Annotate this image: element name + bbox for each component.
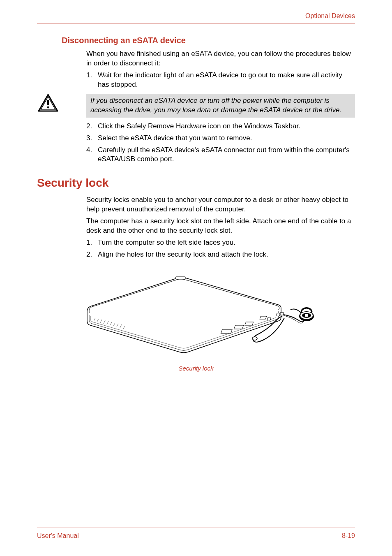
svg-rect-4 bbox=[175, 277, 186, 279]
section-heading-disconnecting: Disconnecting an eSATA device bbox=[62, 36, 355, 45]
list-item: 4. Carefully pull the eSATA device's eSA… bbox=[86, 146, 355, 164]
step-text: Align the holes for the security lock an… bbox=[98, 250, 355, 259]
svg-rect-19 bbox=[260, 316, 267, 319]
figure-caption: Security lock bbox=[37, 365, 355, 372]
section2-para1: Security locks enable you to anchor your… bbox=[86, 195, 355, 214]
svg-rect-17 bbox=[245, 322, 254, 325]
svg-rect-21 bbox=[280, 313, 284, 315]
step-number: 2. bbox=[86, 250, 98, 259]
svg-rect-2 bbox=[47, 100, 49, 105]
page-header: Optional Devices bbox=[37, 12, 355, 23]
page-footer: User's Manual 8-19 bbox=[37, 528, 355, 540]
list-item: 2. Align the holes for the security lock… bbox=[86, 250, 355, 259]
step-text: Carefully pull the eSATA device's eSATA … bbox=[98, 146, 355, 164]
warning-text: If you disconnect an eSATA device or tur… bbox=[86, 94, 355, 118]
section1-intro: When you have finished using an eSATA de… bbox=[86, 49, 355, 68]
footer-manual-label: User's Manual bbox=[37, 532, 79, 540]
warning-triangle-icon bbox=[38, 94, 58, 112]
step-text: Wait for the indicator light of an eSATA… bbox=[98, 71, 355, 90]
warning-icon-wrapper bbox=[37, 94, 86, 112]
step-number: 3. bbox=[86, 134, 98, 143]
svg-point-3 bbox=[47, 106, 49, 108]
step-text: Turn the computer so the left side faces… bbox=[98, 238, 355, 248]
laptop-lock-illustration bbox=[71, 272, 321, 358]
svg-rect-25 bbox=[305, 314, 308, 317]
step-number: 1. bbox=[86, 71, 98, 90]
svg-rect-15 bbox=[221, 329, 232, 334]
svg-point-20 bbox=[277, 313, 280, 316]
section2-para2: The computer has a security lock slot on… bbox=[86, 217, 355, 236]
list-item: 3. Select the eSATA device that you want… bbox=[86, 134, 355, 143]
svg-point-26 bbox=[252, 337, 257, 340]
list-item: 2. Click the Safely Remove Hardware icon… bbox=[86, 122, 355, 131]
figure-security-lock: Security lock bbox=[37, 272, 355, 372]
svg-rect-16 bbox=[234, 325, 243, 329]
step-text: Select the eSATA device that you want to… bbox=[98, 134, 355, 143]
warning-block: If you disconnect an eSATA device or tur… bbox=[37, 94, 355, 118]
section-heading-security-lock: Security lock bbox=[37, 176, 355, 190]
step-number: 2. bbox=[86, 122, 98, 131]
list-item: 1. Turn the computer so the left side fa… bbox=[86, 238, 355, 248]
footer-page-number: 8-19 bbox=[342, 532, 355, 540]
header-title: Optional Devices bbox=[305, 12, 355, 19]
svg-point-18 bbox=[267, 317, 271, 320]
step-text: Click the Safely Remove Hardware icon on… bbox=[98, 122, 355, 131]
list-item: 1. Wait for the indicator light of an eS… bbox=[86, 71, 355, 90]
step-number: 4. bbox=[86, 146, 98, 164]
step-number: 1. bbox=[86, 238, 98, 248]
